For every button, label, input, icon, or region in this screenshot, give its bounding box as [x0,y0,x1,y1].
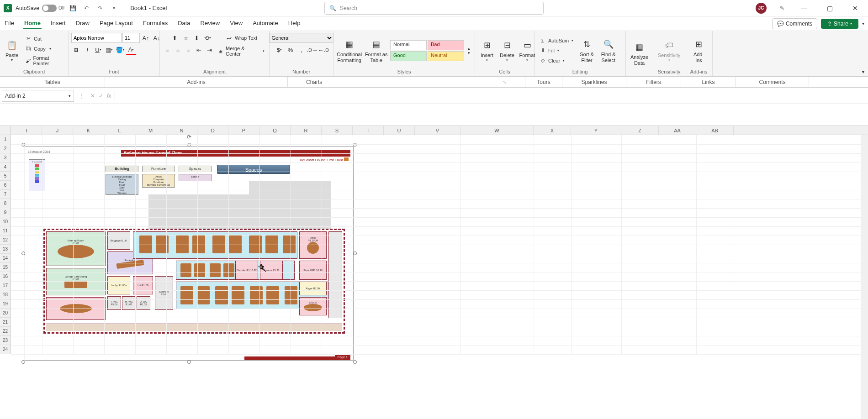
column-header-O[interactable]: O [197,126,228,135]
tab-page-layout[interactable]: Page Layout [99,18,134,29]
conditional-formatting-button[interactable]: ▦Conditional Formatting [336,37,362,63]
row-header-24[interactable]: 24 [0,345,11,354]
enter-formula-icon[interactable]: ✓ [99,93,103,99]
secondary-tab-add-ins[interactable]: Add-ins [105,77,288,87]
select-all-corner[interactable] [0,126,11,135]
delete-cells-button[interactable]: ⊟Delete▾ [498,38,516,63]
avatar[interactable]: JC [756,3,767,14]
font-name-select[interactable] [71,33,122,43]
analyze-data-button[interactable]: ▦Analyze Data [629,40,650,66]
font-size-select[interactable] [122,33,140,43]
maximize-icon[interactable]: ▢ [820,1,839,16]
autosum-button[interactable]: ΣAutoSum▾ [537,36,575,45]
room-wc1[interactable]: F. WC R1.06 [107,296,121,310]
tab-help[interactable]: Help [287,18,302,29]
spaces-button[interactable]: Spaces [217,165,290,174]
launcher-icon[interactable]: ⤡ [503,80,507,84]
tab-formulas[interactable]: Formulas [142,18,169,29]
row-header-20[interactable]: 20 [0,309,11,318]
room-corridor[interactable]: Corridor R1.10.22 [235,261,258,280]
row-header-3[interactable]: 3 [0,153,11,162]
orientation-icon[interactable]: ⟲▾ [203,33,213,43]
column-header-R[interactable]: R [291,126,322,135]
close-icon[interactable]: ✕ [846,1,864,16]
resize-handle-n[interactable] [187,143,191,147]
column-header-S[interactable]: S [322,126,353,135]
row-header-15[interactable]: 15 [0,263,11,272]
row-header-10[interactable]: 10 [0,217,11,226]
column-header-Z[interactable]: Z [621,126,659,135]
row-header-17[interactable]: 17 [0,281,11,290]
tab-furniture[interactable]: Furniture [142,166,175,172]
row-header-4[interactable]: 4 [0,162,11,172]
row-header-1[interactable]: 1 [0,135,11,144]
secondary-tab-sparklines[interactable]: Sparklines [562,77,626,87]
secondary-tab-links[interactable]: Links [681,77,736,87]
decrease-indent-icon[interactable]: ⇤ [194,45,204,55]
row-header-19[interactable]: 19 [0,299,11,309]
tab-view[interactable]: View [229,18,243,29]
styles-more-icon[interactable]: ▴▾ [466,46,472,55]
addins-button[interactable]: ⊞Add-ins [688,37,709,63]
format-as-table-button[interactable]: ▤Format as Table [364,37,388,63]
tab-automate[interactable]: Automate [252,18,279,29]
redo-icon[interactable]: ↷ [95,3,106,14]
row-header-6[interactable]: 6 [0,181,11,190]
qat-dropdown-icon[interactable]: ▾ [108,3,119,14]
column-header-P[interactable]: P [228,126,259,135]
align-left-icon[interactable]: ≡ [163,45,172,55]
resize-handle-e[interactable] [353,251,357,255]
room-wc2[interactable]: M. WC R1.07 [122,296,136,310]
tab-review[interactable]: Review [200,18,221,29]
style-normal[interactable]: Normal [390,40,427,50]
column-header-U[interactable]: U [384,126,415,135]
sensitivity-button[interactable]: 🏷Sensitivity▾ [656,38,682,63]
row-header-12[interactable]: 12 [0,236,11,245]
column-header-V[interactable]: V [415,126,460,135]
column-header-J[interactable]: J [42,126,73,135]
row-header-16[interactable]: 16 [0,272,11,281]
column-header-K[interactable]: K [73,126,104,135]
resize-handle-w[interactable] [21,251,25,255]
room-meeting[interactable]: Meeting Room R1.01 [46,231,106,266]
percent-icon[interactable]: % [286,45,296,55]
tab-spaces[interactable]: Spaces [179,166,212,172]
fx-icon[interactable]: fx [107,93,111,99]
row-header-2[interactable]: 2 [0,144,11,153]
room-lift[interactable]: Lift R1.08 [133,276,153,294]
increase-indent-icon[interactable]: ⇥ [205,45,214,55]
row-header-5[interactable]: 5 [0,172,11,181]
tab-building[interactable]: Building [106,166,138,172]
tab-home[interactable]: Home [23,18,42,29]
align-bottom-icon[interactable]: ⬇ [192,33,202,43]
row-header-9[interactable]: 9 [0,208,11,217]
floorplan-link[interactable]: BeSmart House First Floor [300,157,349,162]
minimize-icon[interactable]: — [795,1,813,16]
sort-filter-button[interactable]: ⇅Sort & Filter [577,37,597,63]
find-select-button[interactable]: 🔍Find & Select [598,37,619,63]
row-header-14[interactable]: 14 [0,254,11,263]
fill-button[interactable]: ⬇Fill▾ [537,46,575,55]
room-baggage[interactable]: Baggage & Lift [107,231,130,250]
align-top-icon[interactable]: ⬆ [170,33,180,43]
secondary-tab-tables[interactable]: Tables [0,77,105,87]
column-header-W[interactable]: W [460,126,534,135]
accounting-icon[interactable]: $▾ [275,45,285,55]
room-foyer[interactable]: Foyer R1.09 [299,282,327,295]
vertical-scrollbar[interactable] [861,135,868,419]
number-format-select[interactable]: General [270,33,333,43]
style-neutral[interactable]: Neutral [428,51,464,61]
paste-button[interactable]: 📋 Paste ▾ [3,38,21,63]
sub-spaces-list[interactable]: Spaces [179,174,212,181]
column-header-I[interactable]: I [11,126,42,135]
comments-button[interactable]: 💬 Comments [772,18,817,29]
room-store[interactable]: Store II R1.10.29 [299,261,327,280]
wrap-text-button[interactable]: ⮐Wrap Text [224,33,259,43]
underline-button[interactable]: U▾ [93,45,103,55]
pen-icon[interactable]: ✎ [777,3,788,14]
sub-building-list[interactable]: Building Envelope Ceiling Door Floor Sta… [106,174,138,195]
formula-input[interactable] [115,90,868,102]
border-button[interactable]: ▦▾ [104,45,114,55]
floorplan-addin[interactable]: 15 August 2024 BeSmart House Ground Floo… [25,146,354,361]
column-header-T[interactable]: T [353,126,384,135]
